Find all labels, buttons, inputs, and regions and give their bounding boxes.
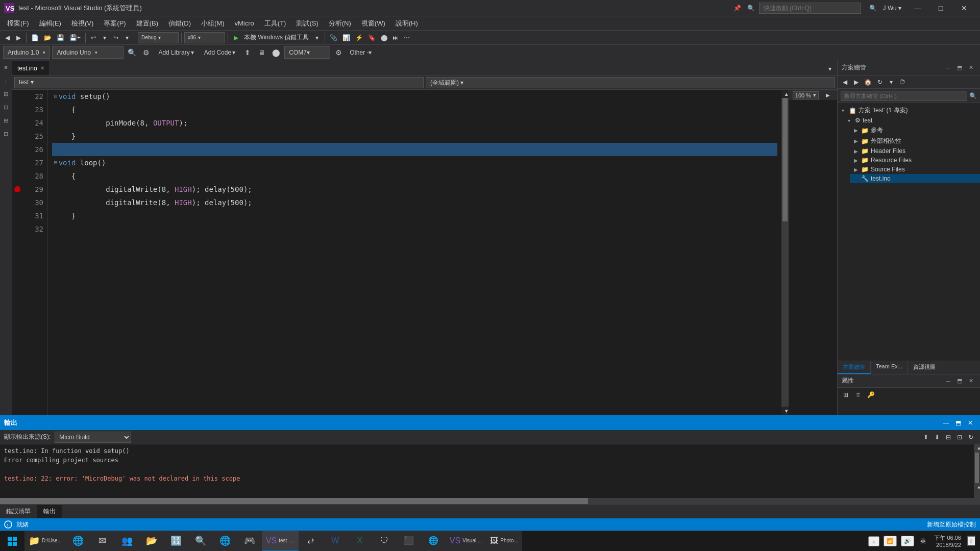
sidebar-icon-1[interactable]: ≡ [1,62,11,72]
run-arrow-button[interactable]: ▾ [312,32,322,44]
menu-window[interactable]: 視窗(W) [356,17,390,30]
output-close-button[interactable]: ✕ [965,417,976,429]
show-desktop-button[interactable]: ▮ [967,536,976,546]
sol-timer-button[interactable]: ⏱ [897,76,908,88]
start-button[interactable] [0,531,24,552]
search-board-button[interactable]: 🔍 [126,46,138,59]
taskbar-explorer[interactable]: 📁 D:\Use... [24,531,66,552]
upload-button[interactable]: ⬆ [241,46,254,59]
out-scroll-up[interactable]: ▲ [974,444,980,452]
scope-combo[interactable]: (全域範圍) ▾ [426,77,835,88]
tree-project[interactable]: ▾ ⚙ test [844,116,980,125]
zoom-combo[interactable]: 100 %▾ [793,91,819,99]
bp-button[interactable]: ⬤ [379,32,389,44]
breakpoint-dot[interactable] [14,186,20,192]
undo-button[interactable]: ↩ [88,32,99,44]
platform-combo[interactable]: x86 ▾ [184,32,225,43]
tray-expand-button[interactable]: ▲ [868,536,880,546]
tree-source-files[interactable]: ▶ 📁 Source Files [850,165,980,174]
tree-external-deps[interactable]: ▶ 📁 外部相依性 [850,136,980,146]
taskbar-calculator[interactable]: 🔢 [164,531,188,552]
taskbar-chrome2[interactable]: 🌐 [421,531,446,552]
tree-references[interactable]: ▶ 📁 參考 [850,125,980,136]
tab-output[interactable]: 輸出 [37,505,62,518]
solution-search-input[interactable] [841,91,967,101]
step-button[interactable]: ⏭ [390,32,401,44]
redo-arrow-button[interactable]: ▾ [122,32,132,44]
sol-tab-resource[interactable]: 資源視圖 [908,361,941,374]
tray-volume-button[interactable]: 🔊 [901,536,914,546]
sol-tab-teamex[interactable]: Team Ex... [871,361,908,374]
menu-build[interactable]: 建置(B) [131,17,163,30]
sol-forward-button[interactable]: ▶ [851,76,861,88]
quick-search-icon[interactable]: 🔍 [867,2,879,14]
props-pin-button[interactable]: ─ [943,376,953,386]
sol-pin-button[interactable]: ─ [943,63,953,73]
menu-team[interactable]: 小組(M) [196,17,230,30]
menu-help[interactable]: 說明(H) [390,17,423,30]
tab-list-button[interactable]: ▾ [825,63,835,75]
save-all-button[interactable]: 💾+ [67,32,83,44]
back-button[interactable]: ◀ [2,32,12,44]
menu-debug[interactable]: 偵錯(D) [163,17,196,30]
board-type-combo[interactable]: Arduino Uno ▾ [52,46,124,59]
output-btn-3[interactable]: ⊟ [943,431,953,443]
scroll-thumb[interactable] [782,98,788,221]
props-key-button[interactable]: 🔑 [865,389,877,401]
minimize-button[interactable]: — [905,0,929,16]
redo-button[interactable]: ↪ [111,32,121,44]
monitor-button[interactable]: 🖥 [256,46,268,59]
perf-button[interactable]: ⚡ [353,32,365,44]
sidebar-icon-6[interactable]: ⊟ [1,129,11,139]
tab-close-icon[interactable]: ✕ [40,65,44,71]
tray-clock[interactable]: 下午 06:06 2018/9/22 [932,533,963,549]
output-source-select[interactable]: Micro Build [55,432,131,443]
taskbar-search[interactable]: 🔍 [188,531,213,552]
sidebar-icon-2[interactable]: ⋮ [1,76,11,86]
solution-search-icon[interactable]: 🔍 [969,92,977,99]
open-button[interactable]: 📂 [42,32,54,44]
taskbar-photo[interactable]: 🖼 Photo... [486,531,522,552]
taskbar-mail[interactable]: ✉ [90,531,115,552]
tree-solution[interactable]: ▾ 📋 方案 'test' (1 專案) [838,105,980,116]
props-list-button[interactable]: ≡ [853,389,863,401]
other-button[interactable]: Other -▾ [347,46,375,59]
menu-view[interactable]: 檢視(V) [66,17,99,30]
pin-button[interactable]: 📌 [731,2,743,14]
com-port-combo[interactable]: COM7▾ [284,46,330,59]
tree-test-ino[interactable]: 🔧 test.ino [850,174,980,183]
menu-file[interactable]: 檔案(F) [2,17,34,30]
sidebar-icon-3[interactable]: ⊞ [1,89,11,99]
monitor2-button[interactable]: ⬤ [270,46,282,59]
props-close-button[interactable]: ✕ [966,376,976,386]
scroll-down-button[interactable]: ▼ [781,407,789,415]
sol-tab-explorer[interactable]: 方案總管 [838,361,871,374]
menu-tools[interactable]: 工具(T) [259,17,291,30]
save-button[interactable]: 💾 [55,32,66,44]
undo-arrow-button[interactable]: ▾ [100,32,110,44]
menu-project[interactable]: 專案(P) [99,17,131,30]
tree-resource-files[interactable]: ▶ 📁 Resource Files [850,156,980,165]
props-grid-button[interactable]: ⊞ [841,389,851,401]
taskbar-security[interactable]: 🛡 [372,531,397,552]
sol-float-button[interactable]: ⬒ [954,63,965,73]
taskbar-vs2[interactable]: VS Visual ... [446,531,486,552]
collapse-27[interactable]: ⊟ [54,156,58,169]
collapse-22[interactable]: ⊟ [54,90,58,103]
code-content[interactable]: ⊟ void setup() { [48,90,781,415]
profile-button[interactable]: 📊 [340,32,352,44]
menu-vmicro[interactable]: vMicro [230,17,259,29]
more-button[interactable]: ⋯ [402,32,412,44]
taskbar-vs[interactable]: VS test -... [262,531,299,552]
taskbar-word[interactable]: W [323,531,348,552]
sol-back-button[interactable]: ◀ [840,76,850,88]
out-scroll-down[interactable]: ▼ [974,484,980,491]
sol-refresh-button[interactable]: ↻ [875,76,885,88]
sidebar-icon-5[interactable]: ⊞ [1,115,11,126]
add-library-button[interactable]: Add Library▾ [154,46,198,59]
quick-launch-input[interactable] [759,3,861,14]
sol-properties-button[interactable]: 🏠 [862,76,874,88]
tray-language[interactable]: 英 [918,536,928,546]
tray-network-button[interactable]: 📶 [884,536,897,546]
new-project-button[interactable]: 📄 [29,32,41,44]
